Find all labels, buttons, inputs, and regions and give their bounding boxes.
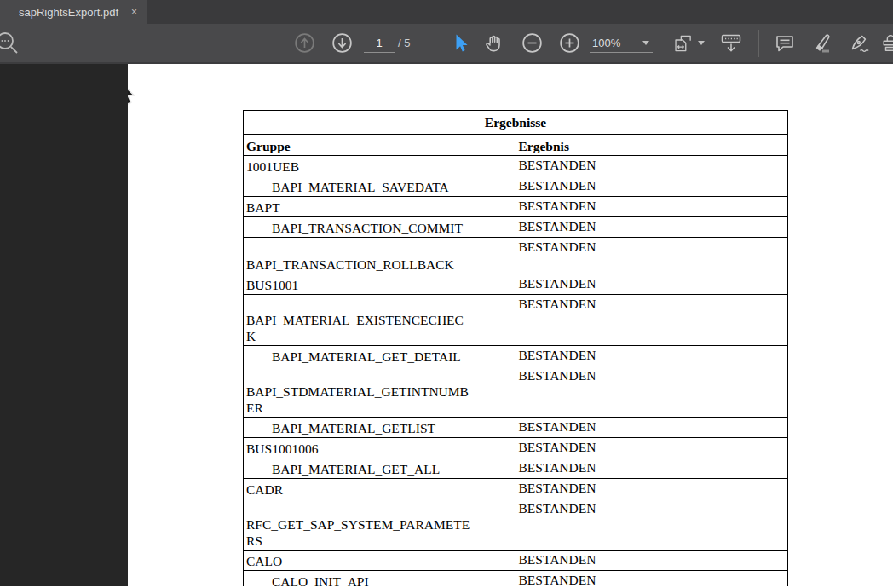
group-cell: 1001UEB: [244, 156, 516, 176]
table-row: BAPI_MATERIAL_SAVEDATABESTANDEN: [244, 176, 788, 197]
group-cell: BAPI_STDMATERIAL_GETINTNUMBER: [244, 366, 516, 418]
column-header-gruppe: Gruppe: [244, 135, 516, 156]
group-cell: BAPI_TRANSACTION_ROLLBACK: [244, 238, 516, 274]
result-cell: BESTANDEN: [516, 346, 788, 366]
chevron-down-icon: [642, 41, 649, 45]
group-cell: BAPI_MATERIAL_GET_DETAIL: [244, 346, 516, 366]
result-cell: BESTANDEN: [516, 295, 788, 346]
table-row: CADRBESTANDEN: [244, 479, 788, 499]
result-cell: BESTANDEN: [516, 458, 788, 479]
result-cell: BESTANDEN: [516, 571, 788, 587]
draw-pen-icon: [848, 32, 873, 55]
stamp-button[interactable]: [881, 24, 893, 62]
table-row: BAPI_TRANSACTION_ROLLBACKBESTANDEN: [244, 238, 788, 274]
results-table-body: Ergebnisse Gruppe Ergebnis 1001UEBBESTAN…: [244, 111, 788, 587]
hand-tool-icon: [483, 32, 505, 55]
pdf-page[interactable]: Ergebnisse Gruppe Ergebnis 1001UEBBESTAN…: [128, 64, 893, 586]
document-tab[interactable]: sapRightsExport.pdf ×: [0, 0, 147, 24]
fit-width-button[interactable]: [672, 24, 705, 62]
group-cell: BAPT: [244, 197, 516, 217]
result-cell: BESTANDEN: [516, 274, 788, 295]
zoom-out-icon: [521, 32, 543, 54]
mouse-cursor: [128, 79, 141, 108]
group-cell: BUS1001: [244, 274, 516, 295]
viewer-content: Ergebnisse Gruppe Ergebnis 1001UEBBESTAN…: [0, 64, 893, 586]
comment-button[interactable]: [772, 24, 798, 62]
stamp-icon: [881, 32, 893, 55]
table-title: Ergebnisse: [244, 111, 788, 135]
table-row: CALOBESTANDEN: [244, 551, 788, 571]
page-down-button[interactable]: [331, 24, 353, 62]
page-scrolling-icon: [719, 32, 743, 55]
page-down-icon: [331, 32, 353, 54]
page-scrolling-button[interactable]: [718, 24, 744, 62]
result-cell: BESTANDEN: [516, 418, 788, 438]
table-row: RFC_GET_SAP_SYSTEM_PARAMETERSBESTANDEN: [244, 499, 788, 551]
tab-bar: sapRightsExport.pdf ×: [0, 0, 893, 24]
table-row: BAPI_TRANSACTION_COMMITBESTANDEN: [244, 217, 788, 238]
page-count-label: / 5: [398, 24, 410, 62]
group-cell: BAPI_MATERIAL_GET_ALL: [244, 458, 516, 479]
page-up-button[interactable]: [293, 24, 315, 62]
tab-title: sapRightsExport.pdf: [19, 6, 130, 19]
group-cell: BAPI_MATERIAL_GETLIST: [244, 418, 516, 438]
highlight-button[interactable]: [809, 24, 837, 62]
table-row: CALO_INIT_APIBESTANDEN: [244, 571, 788, 587]
fit-width-icon: [672, 32, 695, 55]
table-row: BAPI_STDMATERIAL_GETINTNUMBERBESTANDEN: [244, 366, 788, 418]
table-row: BUS1001006BESTANDEN: [244, 438, 788, 458]
page-number-input[interactable]: [364, 34, 395, 53]
search-button[interactable]: [0, 24, 22, 62]
result-cell: BESTANDEN: [516, 197, 788, 217]
group-cell: CADR: [244, 479, 516, 499]
result-cell: BESTANDEN: [516, 217, 788, 238]
group-cell: BAPI_MATERIAL_SAVEDATA: [244, 176, 516, 197]
hand-tool-button[interactable]: [482, 24, 506, 62]
pdf-toolbar: / 5 100%: [0, 24, 893, 64]
group-cell: BUS1001006: [244, 438, 516, 458]
results-table: Ergebnisse Gruppe Ergebnis 1001UEBBESTAN…: [243, 110, 788, 586]
group-cell: RFC_GET_SAP_SYSTEM_PARAMETERS: [244, 499, 516, 551]
result-cell: BESTANDEN: [516, 499, 788, 551]
page-up-icon: [294, 32, 315, 54]
result-cell: BESTANDEN: [516, 156, 788, 176]
search-icon: [0, 29, 21, 58]
table-row: BAPI_MATERIAL_GET_DETAILBESTANDEN: [244, 346, 788, 366]
table-title-row: Ergebnisse: [244, 111, 788, 135]
group-cell: CALO: [244, 551, 516, 571]
table-row: 1001UEBBESTANDEN: [244, 156, 788, 176]
select-tool-icon: [451, 32, 470, 55]
table-header-row: Gruppe Ergebnis: [244, 135, 788, 156]
close-icon[interactable]: ×: [130, 6, 139, 18]
toolbar-divider: [446, 30, 446, 57]
draw-pen-button[interactable]: [847, 24, 874, 62]
zoom-in-button[interactable]: [558, 24, 580, 62]
zoom-level-dropdown[interactable]: 100%: [590, 34, 653, 53]
group-cell: CALO_INIT_API: [244, 571, 516, 587]
page-number-field[interactable]: [364, 34, 395, 53]
result-cell: BESTANDEN: [516, 366, 788, 418]
thumbnail-panel: [0, 64, 128, 586]
table-row: BAPTBESTANDEN: [244, 197, 788, 217]
table-row: BAPI_MATERIAL_EXISTENCECHECKBESTANDEN: [244, 295, 788, 346]
table-row: BAPI_MATERIAL_GET_ALLBESTANDEN: [244, 458, 788, 479]
result-cell: BESTANDEN: [516, 551, 788, 571]
chevron-down-icon: [698, 41, 705, 45]
group-cell: BAPI_TRANSACTION_COMMIT: [244, 217, 516, 238]
column-header-ergebnis: Ergebnis: [516, 135, 788, 156]
group-cell: BAPI_MATERIAL_EXISTENCECHECK: [244, 295, 516, 346]
zoom-in-icon: [559, 32, 580, 54]
toolbar-divider: [758, 30, 759, 57]
table-row: BAPI_MATERIAL_GETLISTBESTANDEN: [244, 418, 788, 438]
result-cell: BESTANDEN: [516, 176, 788, 197]
comment-icon: [773, 32, 797, 55]
result-cell: BESTANDEN: [516, 238, 788, 274]
result-cell: BESTANDEN: [516, 479, 788, 499]
select-tool-button[interactable]: [450, 24, 470, 62]
table-row: BUS1001BESTANDEN: [244, 274, 788, 295]
zoom-out-button[interactable]: [521, 24, 543, 62]
highlight-icon: [810, 32, 836, 55]
zoom-level-value: 100%: [590, 37, 642, 49]
result-cell: BESTANDEN: [516, 438, 788, 458]
